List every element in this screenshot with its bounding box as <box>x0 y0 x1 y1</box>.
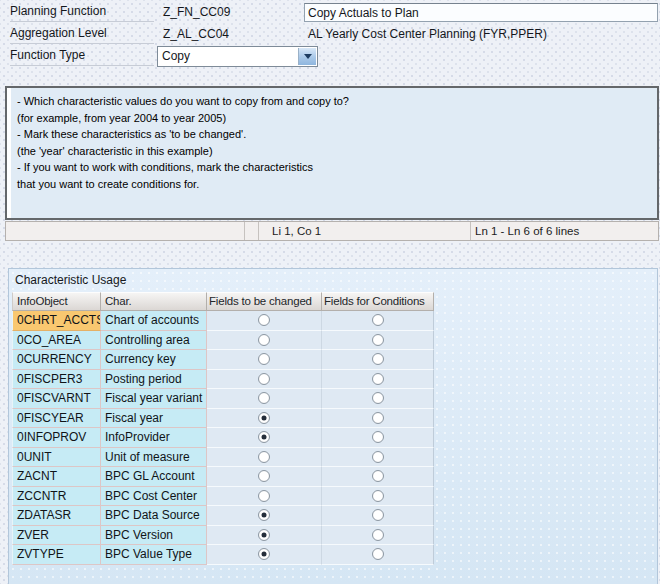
fields-for-conditions-cell <box>322 409 434 429</box>
fields-for-conditions-radio[interactable] <box>372 412 384 424</box>
fields-for-conditions-radio[interactable] <box>372 490 384 502</box>
fields-to-be-changed-cell <box>207 506 322 526</box>
char-cell[interactable]: BPC Value Type <box>101 545 207 565</box>
table-row: ZCCNTR BPC Cost Center <box>12 487 434 507</box>
char-cell[interactable]: Currency key <box>101 350 207 370</box>
fields-to-be-changed-radio[interactable] <box>258 334 270 346</box>
fields-to-be-changed-cell <box>207 331 322 351</box>
infoobject-cell[interactable]: 0FISCPER3 <box>12 370 101 390</box>
fields-to-be-changed-cell <box>207 350 322 370</box>
fields-for-conditions-cell <box>322 311 434 331</box>
fields-for-conditions-cell <box>322 389 434 409</box>
fields-for-conditions-radio[interactable] <box>372 509 384 521</box>
aggregation-level-label: Aggregation Level <box>10 26 154 44</box>
fields-to-be-changed-radio[interactable] <box>258 353 270 365</box>
char-cell[interactable]: Unit of measure <box>101 448 207 468</box>
infoobject-cell[interactable]: 0CURRENCY <box>12 350 101 370</box>
function-type-selected-value: Copy <box>162 49 190 63</box>
table-row: 0INFOPROV InfoProvider <box>12 428 434 448</box>
infoobject-cell[interactable]: 0FISCYEAR <box>12 409 101 429</box>
char-cell[interactable]: Fiscal year variant <box>101 389 207 409</box>
fields-to-be-changed-radio[interactable] <box>258 314 270 326</box>
infoobject-cell[interactable]: ZCCNTR <box>12 487 101 507</box>
column-header-char: Char. <box>101 292 207 311</box>
planning-function-name: Z_FN_CC09 <box>163 5 230 19</box>
fields-to-be-changed-radio[interactable] <box>258 392 270 404</box>
fields-to-be-changed-cell <box>207 487 322 507</box>
infoobject-cell[interactable]: ZACNT <box>12 467 101 487</box>
table-row: 0CURRENCY Currency key <box>12 350 434 370</box>
fields-for-conditions-radio[interactable] <box>372 314 384 326</box>
fields-to-be-changed-radio[interactable] <box>258 431 270 443</box>
function-type-label: Function Type <box>10 48 154 66</box>
fields-to-be-changed-radio[interactable] <box>258 490 270 502</box>
table-row: 0CHRT_ACCTS Chart of accounts <box>12 311 434 331</box>
fields-to-be-changed-radio[interactable] <box>258 451 270 463</box>
fields-for-conditions-cell <box>322 428 434 448</box>
fields-for-conditions-radio[interactable] <box>372 548 384 560</box>
char-cell[interactable]: Controlling area <box>101 331 207 351</box>
char-cell[interactable]: BPC Data Source <box>101 506 207 526</box>
table-row: ZVTYPE BPC Value Type <box>12 545 434 565</box>
chevron-down-icon[interactable] <box>298 48 316 65</box>
fields-for-conditions-radio[interactable] <box>372 334 384 346</box>
fields-for-conditions-radio[interactable] <box>372 431 384 443</box>
char-cell[interactable]: Chart of accounts <box>101 311 207 331</box>
fields-for-conditions-radio[interactable] <box>372 529 384 541</box>
infoobject-cell[interactable]: 0INFOPROV <box>12 428 101 448</box>
fields-to-be-changed-cell <box>207 370 322 390</box>
infoobject-cell[interactable]: 0FISCVARNT <box>12 389 101 409</box>
characteristic-table: InfoObject Char. Fields to be changed Fi… <box>12 292 434 565</box>
fields-to-be-changed-cell <box>207 389 322 409</box>
char-cell[interactable]: BPC Cost Center <box>101 487 207 507</box>
status-cell-spacer <box>245 222 259 240</box>
char-cell[interactable]: Fiscal year <box>101 409 207 429</box>
char-cell[interactable]: Posting period <box>101 370 207 390</box>
fields-to-be-changed-cell <box>207 428 322 448</box>
fields-for-conditions-radio[interactable] <box>372 470 384 482</box>
fields-for-conditions-cell <box>322 506 434 526</box>
planning-function-label: Planning Function <box>10 4 154 22</box>
char-cell[interactable]: InfoProvider <box>101 428 207 448</box>
infoobject-cell[interactable]: 0UNIT <box>12 448 101 468</box>
column-header-infoobject: InfoObject <box>12 292 101 311</box>
table-row: ZVER BPC Version <box>12 526 434 546</box>
fields-to-be-changed-radio[interactable] <box>258 373 270 385</box>
infoobject-cell[interactable]: ZVER <box>12 526 101 546</box>
fields-for-conditions-radio[interactable] <box>372 451 384 463</box>
column-header-fields-for-conditions: Fields for Conditions <box>322 292 434 311</box>
documentation-textarea[interactable]: - Which characteristic values do you wan… <box>5 86 659 220</box>
fields-to-be-changed-cell <box>207 526 322 546</box>
panel-title: Characteristic Usage <box>15 273 126 287</box>
fields-to-be-changed-radio[interactable] <box>258 548 270 560</box>
fields-for-conditions-radio[interactable] <box>372 392 384 404</box>
fields-for-conditions-radio[interactable] <box>372 353 384 365</box>
fields-to-be-changed-radio[interactable] <box>258 412 270 424</box>
char-cell[interactable]: BPC GL Account <box>101 467 207 487</box>
table-row: 0FISCVARNT Fiscal year variant <box>12 389 434 409</box>
function-type-dropdown[interactable]: Copy <box>157 46 318 67</box>
table-row: 0FISCYEAR Fiscal year <box>12 409 434 429</box>
documentation-text: - Which characteristic values do you wan… <box>17 93 653 192</box>
aggregation-level-description: AL Yearly Cost Center Planning (FYR,PPER… <box>308 27 547 41</box>
fields-to-be-changed-cell <box>207 545 322 565</box>
fields-to-be-changed-radio[interactable] <box>258 509 270 521</box>
table-row: ZACNT BPC GL Account <box>12 467 434 487</box>
fields-to-be-changed-radio[interactable] <box>258 470 270 482</box>
infoobject-cell[interactable]: 0CO_AREA <box>12 331 101 351</box>
aggregation-level-name: Z_AL_CC04 <box>163 27 229 41</box>
status-cell-empty <box>6 222 245 240</box>
planning-function-description-input[interactable] <box>304 3 658 22</box>
fields-for-conditions-cell <box>322 487 434 507</box>
table-row: 0FISCPER3 Posting period <box>12 370 434 390</box>
infoobject-cell[interactable]: ZVTYPE <box>12 545 101 565</box>
fields-for-conditions-radio[interactable] <box>372 373 384 385</box>
char-cell[interactable]: BPC Version <box>101 526 207 546</box>
status-cursor-position: Li 1, Co 1 <box>259 222 471 240</box>
triangle-glyph <box>304 54 312 59</box>
infoobject-cell[interactable]: 0CHRT_ACCTS <box>12 311 101 331</box>
fields-to-be-changed-radio[interactable] <box>258 529 270 541</box>
editor-left-margin <box>7 88 11 218</box>
infoobject-cell[interactable]: ZDATASR <box>12 506 101 526</box>
editor-status-bar: Li 1, Co 1 Ln 1 - Ln 6 of 6 lines <box>5 221 659 241</box>
